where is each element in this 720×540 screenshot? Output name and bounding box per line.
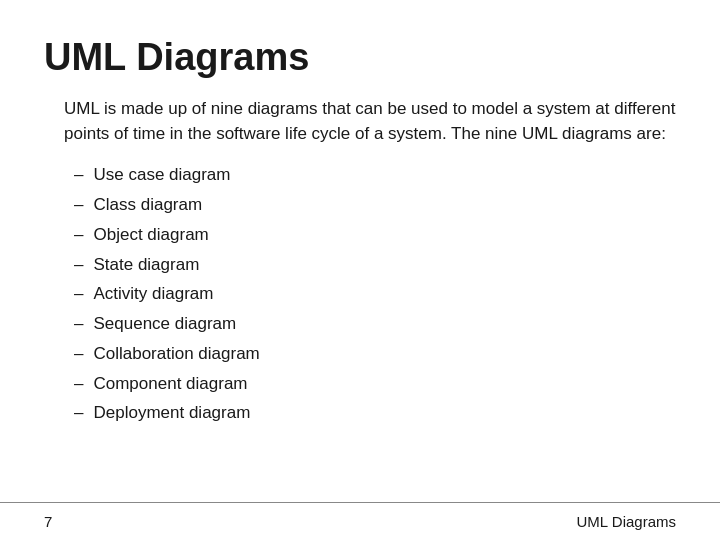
list-item-label: Use case diagram xyxy=(93,160,230,190)
list-item-label: Sequence diagram xyxy=(93,309,236,339)
list-item: –Class diagram xyxy=(74,190,676,220)
slide: UML Diagrams UML is made up of nine diag… xyxy=(0,0,720,540)
list-item-label: Class diagram xyxy=(93,190,202,220)
list-item: –Collaboration diagram xyxy=(74,339,676,369)
list-item-dash: – xyxy=(74,160,83,190)
list-item: –Component diagram xyxy=(74,369,676,399)
list-item-label: Collaboration diagram xyxy=(93,339,259,369)
intro-text: UML is made up of nine diagrams that can… xyxy=(64,97,676,146)
list-item-dash: – xyxy=(74,279,83,309)
list-item-dash: – xyxy=(74,339,83,369)
list-item-label: Deployment diagram xyxy=(93,398,250,428)
footer: 7 UML Diagrams xyxy=(0,502,720,540)
list-item-label: Object diagram xyxy=(93,220,208,250)
footer-title: UML Diagrams xyxy=(577,513,676,530)
list-item: –Object diagram xyxy=(74,220,676,250)
footer-page-number: 7 xyxy=(44,513,52,530)
slide-content: UML is made up of nine diagrams that can… xyxy=(44,97,676,496)
list-item-dash: – xyxy=(74,220,83,250)
list-item-dash: – xyxy=(74,190,83,220)
list-item: –Use case diagram xyxy=(74,160,676,190)
list-item: –Sequence diagram xyxy=(74,309,676,339)
list-item-dash: – xyxy=(74,398,83,428)
list-item-dash: – xyxy=(74,309,83,339)
list-item-label: Component diagram xyxy=(93,369,247,399)
list-item-dash: – xyxy=(74,250,83,280)
list-item: –Deployment diagram xyxy=(74,398,676,428)
list-item: –State diagram xyxy=(74,250,676,280)
diagram-list: –Use case diagram–Class diagram–Object d… xyxy=(64,160,676,428)
list-item: –Activity diagram xyxy=(74,279,676,309)
list-item-label: Activity diagram xyxy=(93,279,213,309)
slide-title: UML Diagrams xyxy=(44,36,676,79)
list-item-label: State diagram xyxy=(93,250,199,280)
list-item-dash: – xyxy=(74,369,83,399)
